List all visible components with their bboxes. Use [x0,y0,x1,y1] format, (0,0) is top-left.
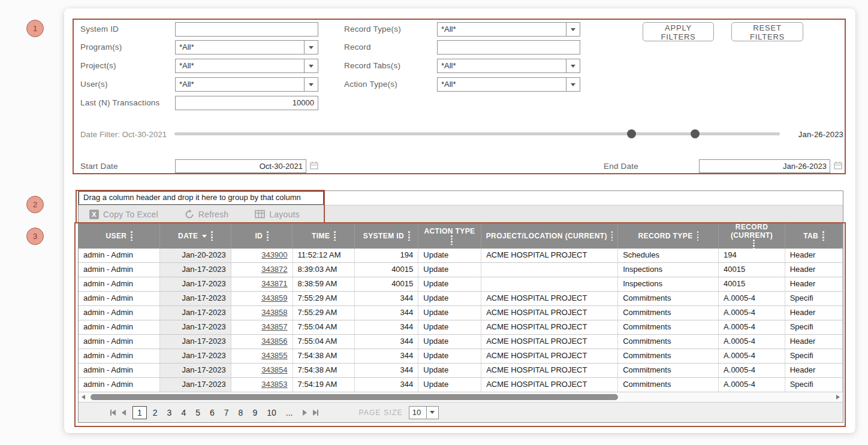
column-menu-icon[interactable] [697,231,699,241]
last-n-transactions-input[interactable]: 10000 [175,96,318,110]
column-menu-icon[interactable] [408,231,410,241]
cell-project-location-current [481,263,618,277]
layouts-button[interactable]: Layouts [255,210,299,219]
cell-user: admin - Admin [79,249,160,262]
transaction-id-link[interactable]: 343853 [261,380,287,389]
column-header-id[interactable]: ID [231,223,293,249]
page-button-4[interactable]: 4 [177,407,189,418]
cell-record-current: A.0005-4 [719,335,785,349]
column-header-project-location-current[interactable]: PROJECT/LOCATION (CURRENT) [481,223,618,249]
program-s-select[interactable]: *All* [175,40,318,55]
column-menu-icon[interactable] [211,231,213,241]
column-header-record-current[interactable]: RECORD (CURRENT) [719,223,785,249]
cell-system-id: 344 [355,292,418,305]
start-date-calendar-icon[interactable] [309,161,319,170]
transaction-id-link[interactable]: 343854 [261,365,287,374]
cell-tab: Header [785,277,843,291]
column-menu-icon[interactable] [131,231,132,241]
reset-filters-button[interactable]: RESET FILTERS [731,22,803,41]
record-type-s-select[interactable]: *All* [437,22,580,37]
cell-time: 7:54:38 AM [293,349,355,363]
grid-header-row: USERDATEIDTIMESYSTEM IDACTION TYPEPROJEC… [79,223,843,249]
previous-page-button[interactable] [122,410,126,416]
table-row[interactable]: admin - AdminJan-17-20233438587:55:29 AM… [79,306,843,320]
page-button-7[interactable]: 7 [221,407,233,418]
refresh-button[interactable]: Refresh [185,210,228,219]
slider-start-handle[interactable] [627,129,636,138]
cell-time: 8:39:03 AM [293,263,355,277]
user-s-select[interactable]: *All* [175,77,318,92]
table-row[interactable]: admin - AdminJan-17-20233438597:55:29 AM… [79,292,843,306]
cell-time: 11:52:12 AM [293,249,355,262]
column-menu-icon[interactable] [822,231,824,241]
column-header-record-type[interactable]: RECORD TYPE [618,223,719,249]
annotation-step-1: 1 [26,20,44,37]
column-menu-icon[interactable] [451,235,453,245]
page-button-1[interactable]: 1 [132,406,147,419]
transaction-id-link[interactable]: 343858 [261,308,287,317]
transaction-id-link[interactable]: 343856 [261,337,287,346]
transaction-id-link[interactable]: 343859 [261,293,287,302]
scrollbar-thumb[interactable] [91,394,618,400]
column-header-system-id[interactable]: SYSTEM ID [355,223,418,249]
column-header-action-type[interactable]: ACTION TYPE [418,223,481,249]
action-type-s-select[interactable]: *All* [437,77,580,92]
page-button-3[interactable]: 3 [164,407,176,418]
page-button-5[interactable]: 5 [192,407,204,418]
transaction-id-link[interactable]: 343900 [261,250,287,259]
group-panel[interactable]: Drag a column header and drop it here to… [79,191,843,204]
transaction-id-link[interactable]: 343871 [261,279,287,288]
apply-filters-button[interactable]: APPLY FILTERS [643,22,714,41]
start-date-input[interactable]: Oct-30-2021 [175,159,306,173]
table-row[interactable]: admin - AdminJan-17-20233438537:54:19 AM… [79,378,843,392]
slider-end-handle[interactable] [691,129,700,138]
date-range-slider[interactable] [174,132,780,135]
column-header-user[interactable]: USER [79,223,160,249]
cell-system-id: 344 [355,364,418,377]
record-type-s-label: Record Type(s) [344,25,401,34]
last-page-button[interactable] [313,410,318,416]
cell-record-type: Commitments [618,306,719,320]
table-row[interactable]: admin - AdminJan-17-20233438577:55:04 AM… [79,320,843,335]
page-button-10[interactable]: 10 [263,407,280,418]
next-page-button[interactable] [303,410,307,416]
table-row[interactable]: admin - AdminJan-20-202334390011:52:12 A… [79,249,843,263]
system-id-input[interactable] [175,22,318,37]
first-page-button[interactable] [110,410,116,416]
page-size-select[interactable]: 10 [409,406,439,419]
column-title: SYSTEM ID [363,232,404,240]
column-menu-icon[interactable] [753,240,755,249]
cell-project-location-current: ACME HOSPITAL PROJECT [481,378,618,392]
more-pages-button[interactable]: ... [282,407,297,418]
record-input[interactable] [437,40,580,55]
end-date-input[interactable]: Jan-26-2023 [699,159,830,173]
table-row[interactable]: admin - AdminJan-17-20233438567:55:04 AM… [79,335,843,349]
transaction-id-link[interactable]: 343872 [261,265,287,274]
column-header-date[interactable]: DATE [160,223,231,249]
page-button-8[interactable]: 8 [235,407,247,418]
table-row[interactable]: admin - AdminJan-17-20233438557:54:38 AM… [79,349,843,364]
page-button-6[interactable]: 6 [206,407,218,418]
record-label: Record [344,43,371,52]
column-menu-icon[interactable] [334,231,336,241]
table-row[interactable]: admin - AdminJan-17-20233438728:39:03 AM… [79,263,843,277]
transaction-id-link[interactable]: 343855 [261,351,287,360]
end-date-calendar-icon[interactable] [833,161,843,170]
column-menu-icon[interactable] [267,231,269,241]
table-row[interactable]: admin - AdminJan-17-20233438718:38:59 AM… [79,277,843,292]
copy-to-excel-button[interactable]: XCopy To Excel [89,210,158,219]
chevron-down-icon [566,59,580,72]
scroll-left-icon[interactable] [82,395,85,399]
column-menu-icon[interactable] [611,231,613,241]
project-s-select[interactable]: *All* [175,59,318,73]
record-type-s-field-row: Record Type(s)*All* [344,22,614,37]
transaction-id-link[interactable]: 343857 [261,322,287,331]
column-header-tab[interactable]: TAB [785,223,843,249]
horizontal-scrollbar[interactable] [79,392,843,402]
record-tabs-s-select[interactable]: *All* [437,59,580,73]
page-button-9[interactable]: 9 [249,407,261,418]
page-button-2[interactable]: 2 [149,407,161,418]
scroll-right-icon[interactable] [836,395,840,399]
table-row[interactable]: admin - AdminJan-17-20233438547:54:38 AM… [79,364,843,378]
column-header-time[interactable]: TIME [293,223,355,249]
